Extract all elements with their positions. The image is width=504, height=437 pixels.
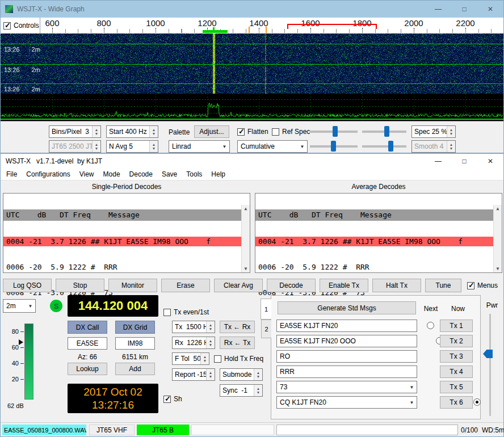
menu-tools[interactable]: Tools bbox=[182, 169, 207, 180]
spin-arrows-icon[interactable] bbox=[447, 126, 455, 137]
monitor-button[interactable]: Monitor bbox=[108, 279, 157, 292]
tune-button[interactable]: Tune bbox=[425, 279, 461, 292]
adjust-button[interactable]: Adjust... bbox=[194, 125, 229, 138]
tx1-next-radio[interactable] bbox=[427, 322, 434, 329]
decode-row[interactable]: 0006 -20 5.9 1222 # RRR bbox=[3, 262, 241, 272]
tx2-message-field[interactable]: EA5SE K1JT FN20 OOO bbox=[276, 335, 417, 347]
submode-spin[interactable]: Submode B bbox=[220, 368, 263, 381]
waterfall-display[interactable] bbox=[1, 33, 503, 94]
spin-arrows-icon[interactable] bbox=[206, 321, 215, 333]
hold-tx-freq-checkbox[interactable]: Hold Tx Freq bbox=[214, 355, 263, 363]
slider-thumb[interactable] bbox=[331, 141, 336, 152]
minimize-icon[interactable]: — bbox=[425, 154, 451, 169]
spin-arrows-icon[interactable] bbox=[149, 141, 158, 152]
flatten-checkbox[interactable]: Flatten bbox=[237, 128, 268, 136]
pwr-slider-track[interactable] bbox=[489, 314, 491, 416]
rx-freq-spin[interactable]: Rx 1226 Hz bbox=[172, 337, 215, 349]
enable-tx-button[interactable]: Enable Tx bbox=[320, 279, 368, 292]
tx1-message-field[interactable]: EA5SE K1JT FN20 bbox=[276, 320, 417, 332]
spectrum-zero-slider[interactable] bbox=[362, 140, 406, 153]
tx-freq-spin[interactable]: Tx 1500 Hz bbox=[172, 321, 215, 333]
dx-grid-button[interactable]: DX Grid bbox=[115, 321, 155, 334]
slider-thumb[interactable] bbox=[333, 126, 338, 137]
menu-configurations[interactable]: Configurations bbox=[22, 169, 74, 180]
waterfall-gain-slider[interactable] bbox=[310, 125, 358, 138]
maximize-icon[interactable]: □ bbox=[451, 1, 477, 18]
spin-arrows-icon[interactable] bbox=[254, 385, 262, 396]
tx6-now-button[interactable]: Tx 6 bbox=[440, 396, 473, 409]
scroll-down-icon[interactable]: ▼ bbox=[245, 266, 247, 271]
menu-save[interactable]: Save bbox=[157, 169, 182, 180]
spin-arrows-icon[interactable] bbox=[206, 369, 215, 380]
tx5-now-button[interactable]: Tx 5 bbox=[440, 381, 473, 393]
decode-row[interactable]: 0004 -21 3.7 1226 ## K1JT EA5SE IM98 OOO… bbox=[3, 237, 241, 246]
n-avg-spin[interactable]: N Avg 5 bbox=[106, 140, 158, 153]
smooth-spin[interactable]: Smooth 4 bbox=[411, 140, 456, 153]
stop-button[interactable]: Stop bbox=[56, 279, 104, 292]
jt65-jt9-split-spin[interactable]: JT65 2500 JT9 bbox=[49, 140, 101, 153]
dx-call-button[interactable]: DX Call bbox=[68, 321, 107, 334]
spin-arrows-icon[interactable] bbox=[200, 353, 209, 364]
menus-checkbox[interactable]: Menus bbox=[467, 281, 498, 289]
spin-arrows-icon[interactable] bbox=[92, 141, 100, 152]
close-icon[interactable]: ✕ bbox=[477, 1, 503, 18]
tx4-message-field[interactable]: RRR bbox=[276, 365, 417, 378]
erase-button[interactable]: Erase bbox=[161, 279, 210, 292]
wide-graph-titlebar[interactable]: WSJT-X - Wide Graph — □ ✕ bbox=[1, 1, 503, 18]
add-button[interactable]: Add bbox=[115, 363, 155, 375]
spin-arrows-icon[interactable] bbox=[206, 337, 215, 348]
controls-checkbox[interactable]: Controls bbox=[3, 22, 39, 30]
tx1-now-button[interactable]: Tx 1 bbox=[440, 320, 473, 332]
menu-file[interactable]: File bbox=[2, 169, 22, 180]
sync-spin[interactable]: Sync -1 bbox=[220, 384, 263, 397]
tx4-now-button[interactable]: Tx 4 bbox=[440, 365, 473, 378]
report-spin[interactable]: Report -15 bbox=[172, 368, 215, 381]
waterfall-zero-slider[interactable] bbox=[362, 125, 406, 138]
sh-checkbox[interactable]: Sh bbox=[163, 395, 182, 403]
f-tol-spin[interactable]: F Tol 50 bbox=[172, 352, 209, 365]
decode-row[interactable]: 0004 -21 3.7 1226 ## K1JT EA5SE IM98 OOO… bbox=[255, 237, 493, 246]
slider-thumb[interactable] bbox=[388, 141, 393, 152]
clear-avg-button[interactable]: Clear Avg bbox=[214, 279, 263, 292]
spin-arrows-icon[interactable] bbox=[92, 126, 100, 137]
menu-mode[interactable]: Mode bbox=[99, 169, 125, 180]
scrollbar[interactable]: ▲▼ bbox=[493, 205, 502, 272]
main-titlebar[interactable]: WSJT-X v1.7.1-devel by K1JT — □ ✕ bbox=[1, 154, 503, 169]
slider-track[interactable] bbox=[362, 145, 406, 148]
start-freq-spin[interactable]: Start 400 Hz bbox=[106, 125, 158, 138]
halt-tx-button[interactable]: Halt Tx bbox=[372, 279, 421, 292]
generate-std-msgs-button[interactable]: Generate Std Msgs bbox=[278, 301, 416, 314]
scroll-up-icon[interactable]: ▲ bbox=[245, 206, 247, 211]
dx-grid-field[interactable]: IM98 bbox=[115, 337, 155, 350]
scrollbar[interactable]: ▲▼ bbox=[241, 205, 250, 272]
decode-button[interactable]: Decode bbox=[267, 279, 316, 292]
scroll-down-icon[interactable]: ▼ bbox=[497, 266, 499, 271]
menu-help[interactable]: Help bbox=[207, 169, 230, 180]
tx6-message-combo[interactable]: CQ K1JT FN20 bbox=[276, 396, 417, 409]
frequency-display[interactable]: 144.120 004 bbox=[68, 295, 158, 317]
band-combo[interactable]: 2m bbox=[3, 299, 36, 313]
tab-2[interactable]: 2 bbox=[261, 320, 271, 338]
spectrum-gain-slider[interactable] bbox=[310, 140, 358, 153]
spin-arrows-icon[interactable] bbox=[149, 126, 158, 137]
decode-row[interactable]: 0006 -20 5.9 1222 # RRR bbox=[255, 262, 493, 272]
menu-view[interactable]: View bbox=[75, 169, 99, 180]
log-qso-button[interactable]: Log QSO bbox=[3, 279, 52, 292]
palette-combo[interactable]: Linrad bbox=[169, 140, 230, 153]
pwr-slider-thumb[interactable] bbox=[483, 350, 493, 358]
close-icon[interactable]: ✕ bbox=[477, 154, 503, 169]
spectrum-type-combo[interactable]: Cumulative bbox=[237, 140, 308, 153]
lookup-button[interactable]: Lookup bbox=[68, 363, 107, 375]
tab-1[interactable]: 1 bbox=[261, 299, 271, 320]
ref-spec-checkbox[interactable]: Ref Spec bbox=[272, 128, 310, 136]
maximize-icon[interactable]: □ bbox=[451, 154, 477, 169]
scroll-up-icon[interactable]: ▲ bbox=[497, 206, 499, 211]
spec-percent-spin[interactable]: Spec 25 % bbox=[411, 125, 456, 138]
spin-arrows-icon[interactable] bbox=[447, 141, 455, 152]
minimize-icon[interactable]: — bbox=[425, 1, 451, 18]
tx2-now-button[interactable]: Tx 2 bbox=[440, 335, 473, 347]
tx-from-rx-button[interactable]: Tx ← Rx bbox=[220, 321, 255, 333]
spin-arrows-icon[interactable] bbox=[254, 369, 262, 380]
tx5-message-combo[interactable]: 73 bbox=[276, 381, 417, 393]
dx-call-field[interactable]: EA5SE bbox=[68, 337, 107, 350]
